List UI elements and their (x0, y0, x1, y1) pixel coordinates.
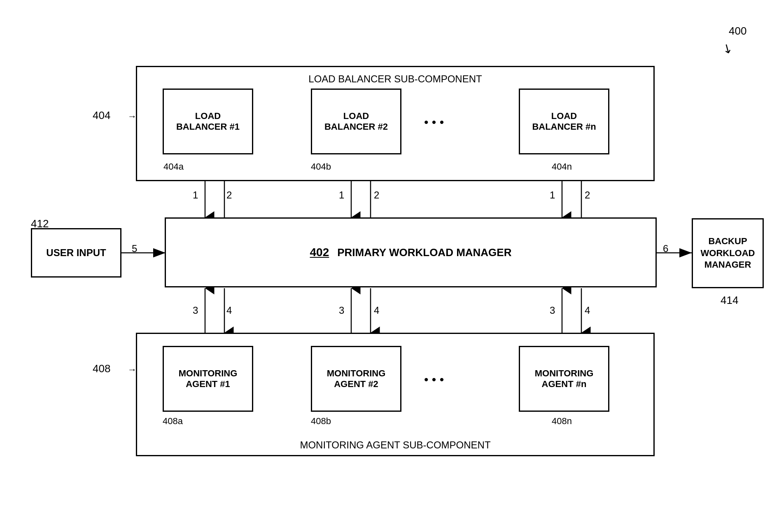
ma-ellipsis: • • • (424, 373, 444, 387)
ma-subcomponent-label: MONITORING AGENT SUB-COMPONENT (300, 439, 490, 451)
man-box: MONITORINGAGENT #n (519, 346, 609, 412)
ref-404n: 404n (552, 161, 572, 172)
ref-404a: 404a (163, 161, 184, 172)
arrow-label-1-lb1: 1 (193, 189, 198, 201)
ma2-box: MONITORINGAGENT #2 (311, 346, 401, 412)
lb-subcomponent-label: LOAD BALANCER SUB-COMPONENT (308, 73, 482, 85)
arrow-label-3-ma2: 3 (339, 305, 344, 316)
lbn-box: LOADBALANCER #n (519, 89, 609, 154)
ma2-label: MONITORINGAGENT #2 (327, 368, 386, 390)
ref-400: 400 (729, 25, 746, 37)
arrow-label-6: 6 (663, 243, 668, 254)
ref-414: 414 (721, 294, 738, 307)
primary-wm-box: 402 PRIMARY WORKLOAD MANAGER (165, 217, 657, 287)
lbn-label: LOADBALANCER #n (532, 111, 596, 132)
lb-ellipsis: • • • (424, 115, 444, 129)
ref-408n: 408n (552, 416, 572, 427)
ref-408: 408 (93, 362, 110, 375)
arrow-label-2-lb1: 2 (226, 189, 232, 201)
man-label: MONITORINGAGENT #n (535, 368, 594, 390)
ref-408-arrow: → (128, 364, 137, 375)
arrow-label-4-man: 4 (585, 305, 590, 316)
arrow-label-5: 5 (132, 243, 137, 254)
arrow-label-4-ma2: 4 (374, 305, 379, 316)
lb2-label: LOADBALANCER #2 (324, 111, 388, 132)
arrow-label-1-lbn: 1 (550, 189, 555, 201)
arrow-label-2-lb2: 2 (374, 189, 379, 201)
ref-404b: 404b (311, 161, 331, 172)
ref-408b: 408b (311, 416, 331, 427)
arrow-label-2-lbn: 2 (585, 189, 590, 201)
lb1-label: LOADBALANCER #1 (176, 111, 240, 132)
ma1-box: MONITORINGAGENT #1 (163, 346, 253, 412)
arrow-label-3-man: 3 (550, 305, 555, 316)
primary-wm-label: PRIMARY WORKLOAD MANAGER (337, 246, 511, 259)
ref-400-arrow: ↘ (720, 40, 736, 57)
ref-404: 404 (93, 109, 110, 122)
ref-404-arrow: → (128, 111, 137, 122)
arrow-label-4-ma1: 4 (226, 305, 232, 316)
backup-wm-label: BACKUP WORKLOAD MANAGER (693, 236, 763, 271)
user-input-label: USER INPUT (46, 247, 106, 259)
ma1-label: MONITORINGAGENT #1 (179, 368, 238, 390)
primary-wm-ref: 402 (310, 246, 329, 259)
backup-wm-box: BACKUP WORKLOAD MANAGER (692, 218, 764, 288)
user-input-box: USER INPUT (31, 228, 121, 278)
arrow-label-3-ma1: 3 (193, 305, 198, 316)
diagram: 400 ↘ LOAD BALANCER SUB-COMPONENT LOADBA… (0, 0, 772, 532)
lb2-box: LOADBALANCER #2 (311, 89, 401, 154)
arrow-label-1-lb2: 1 (339, 189, 344, 201)
ref-408a: 408a (163, 416, 183, 427)
ref-412: 412 (31, 217, 49, 230)
lb1-box: LOADBALANCER #1 (163, 89, 253, 154)
